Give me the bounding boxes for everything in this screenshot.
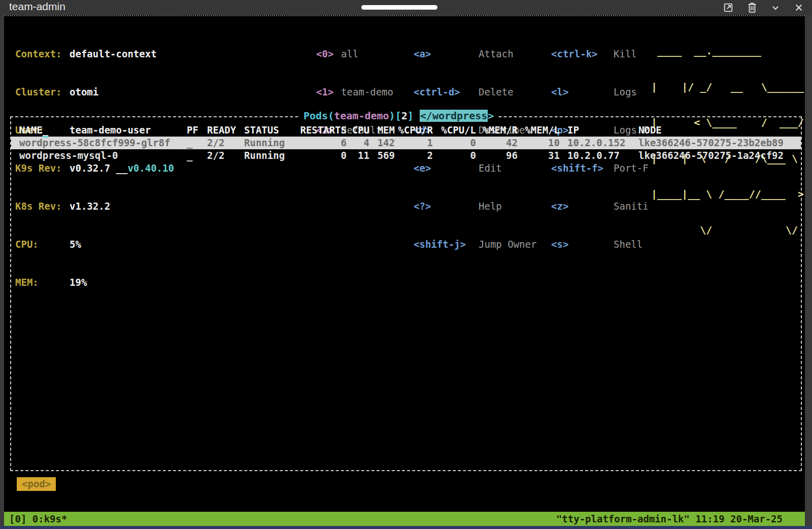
table-row[interactable]: wordpress-mysql-0 _ 2/2 Running 0 11 569… <box>11 149 801 162</box>
col-status: STATUS <box>244 124 298 137</box>
cell-mem: 142 <box>369 137 395 149</box>
col-cpu-r: %CPU/R <box>395 124 433 137</box>
col-mem: MEM <box>369 124 395 137</box>
cell-cpu: 4 <box>347 137 369 149</box>
cell-restarts: 6 <box>298 137 347 149</box>
cell-mem-l: 10 <box>518 137 560 149</box>
breadcrumb-pod[interactable]: <pod> <box>17 477 56 491</box>
col-mem-r: %MEM/R <box>476 124 518 137</box>
hotkey-ns-team-demo[interactable]: <1>team-demo <box>316 86 393 98</box>
close-icon[interactable] <box>794 3 804 13</box>
window-title: team-admin <box>9 1 65 13</box>
cell-pf: _ <box>187 137 207 149</box>
col-cpu: CPU <box>347 124 369 137</box>
cell-node: lke366246-570275-23b2eb89 <box>631 137 801 149</box>
pods-panel: Pods(team-demo)[2] </wordpress> NAME_ PF… <box>10 116 802 471</box>
terminal-window: team-admin <box>0 0 812 529</box>
cell-restarts: 0 <box>298 149 347 162</box>
hotkey-attach[interactable]: <a>Attach <box>414 48 536 60</box>
pods-panel-title: Pods(team-demo)[2] </wordpress> <box>299 110 498 122</box>
col-mem-l: %MEM/L <box>518 124 560 137</box>
cell-ready: 2/2 <box>207 149 244 162</box>
cell-mem-r: 42 <box>476 137 518 149</box>
table-header-row: NAME_ PF READY STATUS RESTARTS CPU MEM %… <box>11 124 801 137</box>
hotkey-ns-all[interactable]: <0>all <box>316 48 393 60</box>
cell-status: Running <box>244 149 298 162</box>
window-bottom-edge <box>0 526 812 529</box>
chevron-down-icon[interactable] <box>770 3 781 13</box>
hotkey-delete[interactable]: <ctrl-d>Delete <box>414 86 536 98</box>
cell-cpu: 11 <box>347 149 369 162</box>
col-ip: IP <box>560 124 631 137</box>
cell-node: lke366246-570275-1a24cf92 <box>631 149 801 162</box>
cell-status: Running <box>244 137 298 149</box>
tmux-host-datetime: "tty-platform-admin-lk" 11:19 20-Mar-25 <box>556 513 783 524</box>
table-row[interactable]: wordpress-58c8fcf999-glr8f _ 2/2 Running… <box>11 137 801 149</box>
info-row-context: Context:default-context <box>15 48 174 60</box>
cell-cpu-r: 1 <box>395 137 433 149</box>
open-in-new-icon[interactable] <box>723 2 734 13</box>
trash-icon[interactable] <box>747 2 757 13</box>
cell-mem-r: 96 <box>476 149 518 162</box>
cell-mem-l: 31 <box>518 149 560 162</box>
cell-mem: 569 <box>369 149 395 162</box>
cell-cpu-r: 2 <box>395 149 433 162</box>
col-restarts: RESTARTS <box>298 124 347 137</box>
cell-name: wordpress-58c8fcf999-glr8f <box>19 137 187 149</box>
cell-pf: _ <box>187 149 207 162</box>
col-cpu-l: %CPU/L <box>433 124 476 137</box>
col-node: NODE <box>631 124 801 137</box>
col-pf: PF <box>187 124 207 137</box>
name-sort-cursor: _ <box>43 124 48 138</box>
tmux-status-bar: [0] 0:k9s* "tty-platform-admin-lk" 11:19… <box>4 512 805 526</box>
col-ready: READY <box>207 124 244 137</box>
hotkey-kill[interactable]: <ctrl-k>Kill <box>551 48 649 60</box>
titlebar-icons <box>723 0 804 15</box>
cell-ip: 10.2.0.152 <box>560 137 631 149</box>
cell-cpu-l: 0 <box>433 149 476 162</box>
tmux-session-window[interactable]: [0] 0:k9s* <box>9 513 67 524</box>
col-name: NAME_ <box>19 124 187 137</box>
hotkey-logs[interactable]: <l>Logs <box>551 86 649 98</box>
filter-badge[interactable]: </wordpress <box>420 110 488 122</box>
info-row-cluster: Cluster:otomi <box>15 86 174 98</box>
cell-ip: 10.2.0.77 <box>560 149 631 162</box>
cell-name: wordpress-mysql-0 <box>19 149 187 162</box>
pod-count: 2 <box>401 110 408 122</box>
cell-cpu-l: 0 <box>433 137 476 149</box>
titlebar: team-admin <box>0 0 812 15</box>
namespace-name: team-demo <box>334 110 389 122</box>
cell-ready: 2/2 <box>207 137 244 149</box>
drag-handle[interactable] <box>361 5 437 10</box>
k9s-terminal: Context:default-context Cluster:otomi Us… <box>4 15 805 526</box>
resource-name: Pods <box>303 110 328 122</box>
